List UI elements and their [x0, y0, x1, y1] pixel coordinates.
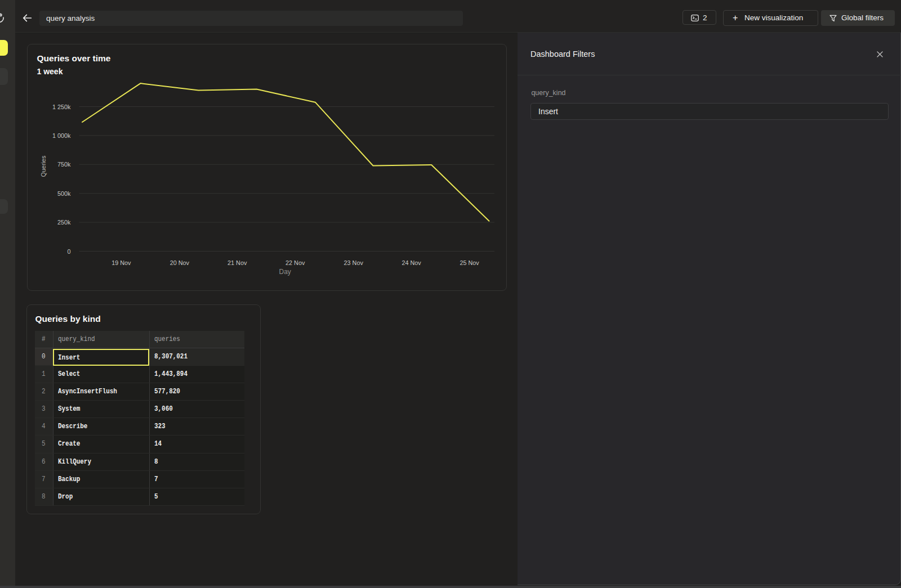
svg-text:23 Nov: 23 Nov	[344, 259, 363, 266]
svg-text:Queries: Queries	[39, 155, 46, 176]
svg-text:750k: 750k	[57, 161, 71, 168]
svg-text:Day: Day	[279, 268, 291, 276]
svg-text:25 Nov: 25 Nov	[460, 259, 479, 266]
svg-text:1 250k: 1 250k	[52, 103, 71, 110]
svg-text:22 Nov: 22 Nov	[286, 259, 305, 266]
svg-text:1 000k: 1 000k	[52, 132, 71, 138]
svg-text:20 Nov: 20 Nov	[170, 259, 189, 266]
svg-text:500k: 500k	[57, 190, 71, 196]
svg-text:24 Nov: 24 Nov	[402, 259, 421, 266]
svg-text:19 Nov: 19 Nov	[111, 259, 131, 266]
svg-text:21 Nov: 21 Nov	[228, 259, 247, 266]
svg-text:0: 0	[67, 248, 70, 254]
svg-text:250k: 250k	[57, 219, 71, 226]
